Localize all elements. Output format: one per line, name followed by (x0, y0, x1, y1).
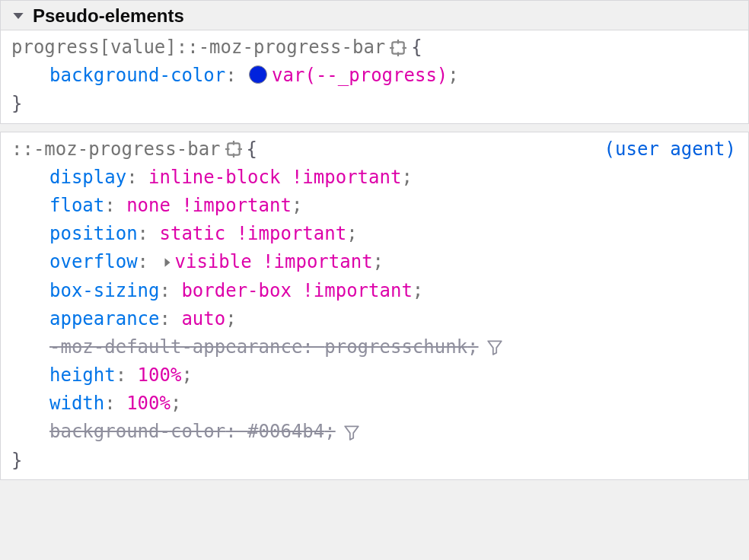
css-declaration[interactable]: height: 100%; (11, 361, 739, 390)
prop-name[interactable]: width (49, 390, 104, 418)
selector-line[interactable]: progress[value]::-moz-progress-bar { (11, 33, 739, 62)
open-brace: { (411, 33, 422, 62)
prop-value[interactable]: border-box !important (181, 277, 412, 305)
selector-text[interactable]: progress[value]::-moz-progress-bar (11, 33, 385, 62)
prop-name[interactable]: float (49, 192, 104, 220)
prop-value[interactable]: #0064b4 (247, 418, 324, 446)
css-declaration[interactable]: -moz-default-appearance: progresschunk; (11, 333, 739, 361)
prop-value[interactable]: 100% (138, 361, 182, 390)
stylesheet-source[interactable]: (user agent) (604, 135, 739, 164)
css-rule-block[interactable]: ::-moz-progress-bar { (user agent) displ… (0, 132, 749, 480)
prop-name[interactable]: box-sizing (49, 277, 160, 305)
css-declaration[interactable]: appearance: auto; (11, 305, 739, 333)
selector-line[interactable]: ::-moz-progress-bar { (user agent) (11, 135, 739, 164)
prop-name[interactable]: position (49, 220, 138, 248)
section-title: Pseudo-elements (33, 5, 184, 27)
css-rule-block[interactable]: progress[value]::-moz-progress-bar { bac… (0, 30, 749, 124)
filter-icon[interactable] (486, 339, 503, 355)
svg-rect-5 (228, 143, 239, 154)
prop-value[interactable]: var(--_progress) (272, 62, 448, 90)
prop-name[interactable]: appearance (49, 305, 160, 333)
css-declaration[interactable]: overflow: visible !important; (11, 248, 739, 276)
prop-value[interactable]: auto (181, 305, 225, 333)
prop-name[interactable]: -moz-default-appearance (49, 333, 302, 361)
styles-panel: Pseudo-elements progress[value]::-moz-pr… (0, 0, 749, 560)
css-declaration[interactable]: float: none !important; (11, 192, 739, 220)
open-brace: { (247, 135, 257, 164)
prop-value[interactable]: visible !important (175, 248, 373, 276)
css-declaration[interactable]: display: inline-block !important; (11, 164, 739, 192)
color-swatch[interactable] (249, 65, 267, 84)
prop-name[interactable]: background-color (49, 62, 225, 90)
css-declaration[interactable]: background-color: var(--_progress); (11, 62, 739, 90)
section-header-pseudo-elements[interactable]: Pseudo-elements (0, 0, 749, 30)
prop-name[interactable]: height (49, 361, 116, 390)
filter-icon[interactable] (343, 424, 360, 441)
prop-value[interactable]: none !important (126, 192, 292, 220)
close-brace: } (11, 447, 739, 475)
prop-value[interactable]: progresschunk (324, 333, 467, 361)
chevron-down-icon (11, 9, 25, 23)
css-declaration[interactable]: width: 100%; (11, 390, 739, 418)
selector-text[interactable]: ::-moz-progress-bar (11, 135, 221, 164)
close-brace: } (11, 90, 739, 118)
css-declaration[interactable]: position: static !important; (11, 220, 739, 248)
select-element-icon[interactable] (225, 141, 242, 158)
css-declaration[interactable]: background-color: #0064b4; (11, 418, 739, 446)
svg-rect-0 (393, 42, 404, 53)
select-element-icon[interactable] (390, 40, 406, 56)
prop-value[interactable]: static !important (160, 220, 347, 248)
expand-shorthand-icon[interactable] (160, 257, 175, 268)
prop-name[interactable]: display (49, 164, 126, 192)
prop-value[interactable]: 100% (126, 390, 171, 418)
prop-name[interactable]: overflow (49, 248, 138, 276)
prop-name[interactable]: background-color (49, 418, 225, 446)
prop-value[interactable]: inline-block !important (148, 164, 401, 192)
css-declaration[interactable]: box-sizing: border-box !important; (11, 277, 739, 305)
